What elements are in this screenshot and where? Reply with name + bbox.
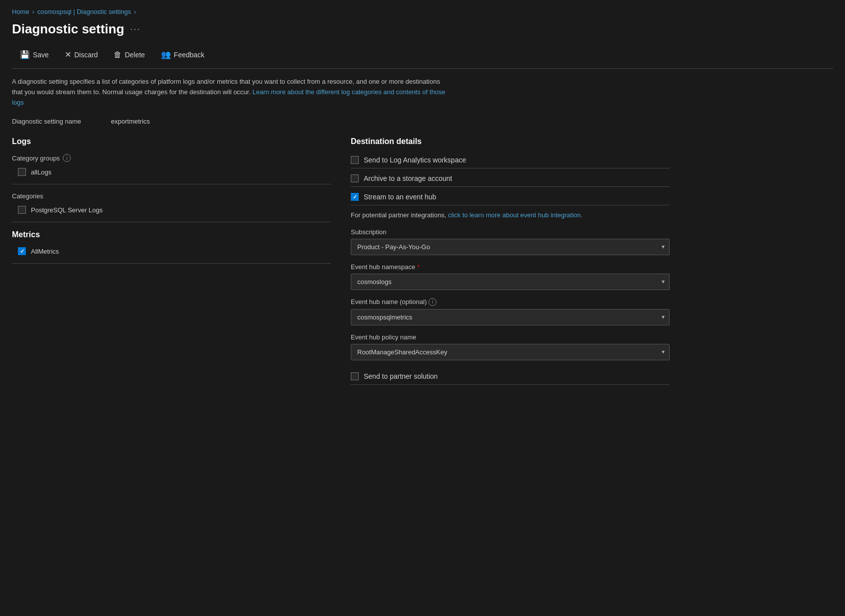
hub-name-label: Event hub name (optional) i	[351, 298, 670, 306]
policy-label: Event hub policy name	[351, 333, 670, 341]
postgresql-row: PostgreSQL Server Logs	[12, 206, 331, 214]
namespace-field: Event hub namespace * cosmoslogs ▾	[351, 263, 670, 290]
archive-checkbox[interactable]	[351, 174, 359, 182]
setting-name-label: Diagnostic setting name	[12, 118, 81, 125]
subscription-select-wrapper: Product - Pay-As-You-Go ▾	[351, 239, 670, 255]
log-analytics-divider	[351, 168, 670, 168]
hub-name-select[interactable]: cosmospsqlmetrics	[351, 309, 670, 325]
allLogs-row: allLogs	[12, 168, 331, 176]
policy-select[interactable]: RootManageSharedAccessKey	[351, 344, 670, 360]
metrics-divider	[12, 263, 331, 264]
destination-title: Destination details	[351, 137, 670, 146]
delete-icon: 🗑	[114, 50, 122, 59]
log-analytics-row: Send to Log Analytics workspace	[351, 156, 670, 164]
breadcrumb-sep1: ›	[32, 8, 34, 15]
subscription-label: Subscription	[351, 228, 670, 236]
policy-select-wrapper: RootManageSharedAccessKey ▾	[351, 344, 670, 360]
archive-row: Archive to a storage account	[351, 174, 670, 182]
hub-name-select-wrapper: cosmospsqlmetrics ▾	[351, 309, 670, 325]
delete-button[interactable]: 🗑 Delete	[106, 47, 152, 62]
partner-solution-checkbox[interactable]	[351, 372, 359, 380]
breadcrumb-home[interactable]: Home	[12, 8, 29, 15]
discard-button[interactable]: ✕ Discard	[57, 47, 106, 62]
logs-title: Logs	[12, 137, 331, 146]
breadcrumb-sep2: ›	[134, 8, 136, 15]
setting-name-value: exportmetrics	[111, 118, 150, 125]
log-analytics-label[interactable]: Send to Log Analytics workspace	[364, 156, 466, 164]
logs-section: Logs Category groups i allLogs Categorie…	[12, 137, 331, 222]
partner-solution-container: Send to partner solution	[351, 372, 670, 385]
hub-name-field: Event hub name (optional) i cosmospsqlme…	[351, 298, 670, 325]
subscription-select[interactable]: Product - Pay-As-You-Go	[351, 239, 670, 255]
postgresql-label[interactable]: PostgreSQL Server Logs	[31, 206, 103, 214]
feedback-button[interactable]: 👥 Feedback	[153, 47, 212, 62]
partner-solution-row: Send to partner solution	[351, 372, 670, 380]
breadcrumb: Home › cosmospsql | Diagnostic settings …	[12, 8, 833, 15]
page-title-row: Diagnostic setting ···	[12, 21, 833, 37]
right-panel: Destination details Send to Log Analytic…	[351, 137, 670, 389]
namespace-select-wrapper: cosmoslogs ▾	[351, 274, 670, 290]
left-panel: Logs Category groups i allLogs Categorie…	[12, 137, 331, 389]
subscription-field: Subscription Product - Pay-As-You-Go ▾	[351, 228, 670, 255]
setting-name-row: Diagnostic setting name exportmetrics	[12, 118, 833, 125]
postgresql-checkbox[interactable]	[18, 206, 26, 214]
category-groups-info-icon[interactable]: i	[63, 154, 71, 162]
feedback-label: Feedback	[174, 51, 204, 59]
delete-label: Delete	[125, 51, 144, 59]
toolbar: 💾 Save ✕ Discard 🗑 Delete 👥 Feedback	[12, 47, 833, 69]
stream-divider	[351, 205, 670, 205]
log-analytics-checkbox[interactable]	[351, 156, 359, 164]
allLogs-checkbox[interactable]	[18, 168, 26, 176]
namespace-select[interactable]: cosmoslogs	[351, 274, 670, 290]
allLogs-label[interactable]: allLogs	[31, 168, 51, 176]
stream-row: Stream to an event hub	[351, 193, 670, 201]
save-icon: 💾	[20, 50, 30, 59]
allMetrics-row: AllMetrics	[12, 247, 331, 255]
discard-icon: ✕	[65, 50, 71, 59]
save-label: Save	[33, 51, 49, 59]
breadcrumb-resource[interactable]: cosmospsql | Diagnostic settings	[37, 8, 131, 15]
more-options-icon[interactable]: ···	[130, 24, 141, 34]
policy-field: Event hub policy name RootManageSharedAc…	[351, 333, 670, 360]
namespace-required-star: *	[417, 263, 420, 271]
categories-divider	[12, 222, 331, 222]
event-hub-integration-link[interactable]: click to learn more about event hub inte…	[448, 211, 582, 219]
metrics-title: Metrics	[12, 230, 331, 239]
allMetrics-label[interactable]: AllMetrics	[31, 248, 59, 255]
allMetrics-checkbox[interactable]	[18, 247, 26, 255]
partner-solution-divider	[351, 384, 670, 385]
discard-label: Discard	[74, 51, 98, 59]
archive-divider	[351, 186, 670, 187]
page-title: Diagnostic setting	[12, 21, 124, 37]
categories-label: Categories	[12, 192, 331, 200]
feedback-icon: 👥	[161, 50, 171, 59]
partner-integration-text: For potential partner integrations, clic…	[351, 210, 670, 220]
category-groups-label: Category groups i	[12, 154, 331, 162]
stream-label[interactable]: Stream to an event hub	[364, 193, 436, 201]
save-button[interactable]: 💾 Save	[12, 47, 57, 62]
main-content: Logs Category groups i allLogs Categorie…	[12, 137, 833, 389]
description-text: A diagnostic setting specifies a list of…	[12, 77, 445, 108]
namespace-label: Event hub namespace *	[351, 263, 670, 271]
hub-name-info-icon[interactable]: i	[428, 298, 436, 306]
metrics-section: Metrics AllMetrics	[12, 230, 331, 264]
archive-label[interactable]: Archive to a storage account	[364, 174, 452, 182]
stream-checkbox[interactable]	[351, 193, 359, 201]
logs-divider	[12, 184, 331, 184]
partner-solution-label[interactable]: Send to partner solution	[364, 372, 438, 380]
